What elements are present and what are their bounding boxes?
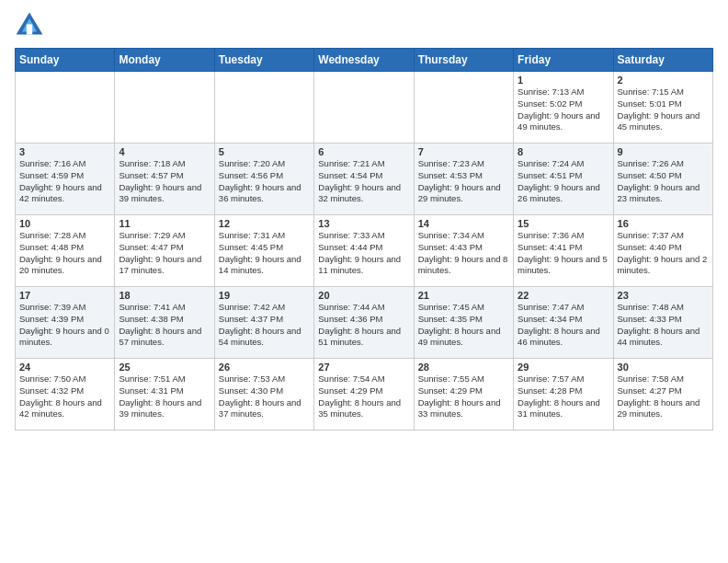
day-cell: 22Sunrise: 7:47 AM Sunset: 4:34 PM Dayli… [514, 287, 613, 359]
day-info: Sunrise: 7:41 AM Sunset: 4:38 PM Dayligh… [119, 302, 210, 349]
day-cell: 5Sunrise: 7:20 AM Sunset: 4:56 PM Daylig… [214, 144, 313, 215]
day-cell: 6Sunrise: 7:21 AM Sunset: 4:54 PM Daylig… [314, 144, 414, 215]
day-cell: 21Sunrise: 7:45 AM Sunset: 4:35 PM Dayli… [414, 287, 513, 359]
day-info: Sunrise: 7:37 AM Sunset: 4:40 PM Dayligh… [618, 230, 709, 277]
day-number: 4 [119, 146, 210, 157]
day-cell: 7Sunrise: 7:23 AM Sunset: 4:53 PM Daylig… [414, 144, 513, 215]
day-cell: 4Sunrise: 7:18 AM Sunset: 4:57 PM Daylig… [115, 144, 214, 215]
day-info: Sunrise: 7:20 AM Sunset: 4:56 PM Dayligh… [219, 158, 310, 205]
day-info: Sunrise: 7:42 AM Sunset: 4:37 PM Dayligh… [219, 302, 310, 349]
day-cell: 19Sunrise: 7:42 AM Sunset: 4:37 PM Dayli… [214, 287, 313, 359]
day-number: 24 [19, 362, 110, 373]
day-number: 25 [119, 362, 210, 373]
day-number: 30 [618, 362, 709, 373]
day-number: 18 [119, 290, 210, 301]
weekday-header-sunday: Sunday [16, 49, 115, 72]
weekday-header-thursday: Thursday [414, 49, 513, 72]
weekday-header-tuesday: Tuesday [214, 49, 313, 72]
day-number: 10 [19, 218, 110, 229]
weekday-header-row: SundayMondayTuesdayWednesdayThursdayFrid… [16, 49, 713, 72]
day-info: Sunrise: 7:53 AM Sunset: 4:30 PM Dayligh… [219, 373, 310, 420]
day-number: 26 [219, 362, 310, 373]
day-number: 21 [418, 290, 509, 301]
day-number: 7 [418, 146, 509, 157]
day-cell: 18Sunrise: 7:41 AM Sunset: 4:38 PM Dayli… [115, 287, 214, 359]
day-info: Sunrise: 7:58 AM Sunset: 4:27 PM Dayligh… [618, 373, 709, 420]
day-info: Sunrise: 7:13 AM Sunset: 5:02 PM Dayligh… [518, 86, 609, 133]
day-cell: 10Sunrise: 7:28 AM Sunset: 4:48 PM Dayli… [16, 215, 115, 287]
day-info: Sunrise: 7:21 AM Sunset: 4:54 PM Dayligh… [318, 158, 409, 205]
day-number: 27 [318, 362, 409, 373]
day-cell: 15Sunrise: 7:36 AM Sunset: 4:41 PM Dayli… [514, 215, 613, 287]
weekday-header-monday: Monday [115, 49, 214, 72]
page: SundayMondayTuesdayWednesdayThursdayFrid… [0, 0, 728, 563]
day-cell: 3Sunrise: 7:16 AM Sunset: 4:59 PM Daylig… [16, 144, 115, 215]
day-info: Sunrise: 7:16 AM Sunset: 4:59 PM Dayligh… [19, 158, 110, 205]
day-number: 11 [119, 218, 210, 229]
day-cell: 23Sunrise: 7:48 AM Sunset: 4:33 PM Dayli… [613, 287, 712, 359]
week-row-2: 10Sunrise: 7:28 AM Sunset: 4:48 PM Dayli… [16, 215, 713, 287]
day-cell: 20Sunrise: 7:44 AM Sunset: 4:36 PM Dayli… [314, 287, 414, 359]
day-info: Sunrise: 7:45 AM Sunset: 4:35 PM Dayligh… [418, 302, 509, 349]
week-row-3: 17Sunrise: 7:39 AM Sunset: 4:39 PM Dayli… [16, 287, 713, 359]
day-cell: 17Sunrise: 7:39 AM Sunset: 4:39 PM Dayli… [16, 287, 115, 359]
logo [15, 11, 48, 40]
day-info: Sunrise: 7:23 AM Sunset: 4:53 PM Dayligh… [418, 158, 509, 205]
day-number: 13 [318, 218, 409, 229]
day-info: Sunrise: 7:48 AM Sunset: 4:33 PM Dayligh… [618, 302, 709, 349]
day-info: Sunrise: 7:57 AM Sunset: 4:28 PM Dayligh… [518, 373, 609, 420]
day-cell: 13Sunrise: 7:33 AM Sunset: 4:44 PM Dayli… [314, 215, 414, 287]
day-number: 6 [318, 146, 409, 157]
day-number: 3 [19, 146, 110, 157]
day-cell [414, 72, 513, 144]
day-number: 16 [618, 218, 709, 229]
day-number: 14 [418, 218, 509, 229]
day-cell: 12Sunrise: 7:31 AM Sunset: 4:45 PM Dayli… [214, 215, 313, 287]
weekday-header-wednesday: Wednesday [314, 49, 414, 72]
day-cell: 9Sunrise: 7:26 AM Sunset: 4:50 PM Daylig… [613, 144, 712, 215]
day-cell: 2Sunrise: 7:15 AM Sunset: 5:01 PM Daylig… [613, 72, 712, 144]
day-number: 28 [418, 362, 509, 373]
day-info: Sunrise: 7:15 AM Sunset: 5:01 PM Dayligh… [618, 86, 709, 133]
week-row-0: 1Sunrise: 7:13 AM Sunset: 5:02 PM Daylig… [16, 72, 713, 144]
day-info: Sunrise: 7:24 AM Sunset: 4:51 PM Dayligh… [518, 158, 609, 205]
day-number: 22 [518, 290, 609, 301]
day-cell: 25Sunrise: 7:51 AM Sunset: 4:31 PM Dayli… [115, 359, 214, 431]
week-row-1: 3Sunrise: 7:16 AM Sunset: 4:59 PM Daylig… [16, 144, 713, 215]
day-info: Sunrise: 7:54 AM Sunset: 4:29 PM Dayligh… [318, 373, 409, 420]
day-cell: 8Sunrise: 7:24 AM Sunset: 4:51 PM Daylig… [514, 144, 613, 215]
day-number: 2 [618, 75, 709, 86]
day-info: Sunrise: 7:26 AM Sunset: 4:50 PM Dayligh… [618, 158, 709, 205]
day-info: Sunrise: 7:51 AM Sunset: 4:31 PM Dayligh… [119, 373, 210, 420]
day-cell: 11Sunrise: 7:29 AM Sunset: 4:47 PM Dayli… [115, 215, 214, 287]
day-number: 12 [219, 218, 310, 229]
day-info: Sunrise: 7:55 AM Sunset: 4:29 PM Dayligh… [418, 373, 509, 420]
day-info: Sunrise: 7:34 AM Sunset: 4:43 PM Dayligh… [418, 230, 509, 277]
day-info: Sunrise: 7:47 AM Sunset: 4:34 PM Dayligh… [518, 302, 609, 349]
day-cell: 1Sunrise: 7:13 AM Sunset: 5:02 PM Daylig… [514, 72, 613, 144]
day-number: 8 [518, 146, 609, 157]
day-number: 20 [318, 290, 409, 301]
day-info: Sunrise: 7:33 AM Sunset: 4:44 PM Dayligh… [318, 230, 409, 277]
day-cell [16, 72, 115, 144]
day-cell: 27Sunrise: 7:54 AM Sunset: 4:29 PM Dayli… [314, 359, 414, 431]
day-cell: 24Sunrise: 7:50 AM Sunset: 4:32 PM Dayli… [16, 359, 115, 431]
day-info: Sunrise: 7:36 AM Sunset: 4:41 PM Dayligh… [518, 230, 609, 277]
day-number: 29 [518, 362, 609, 373]
day-number: 15 [518, 218, 609, 229]
day-cell [115, 72, 214, 144]
day-info: Sunrise: 7:29 AM Sunset: 4:47 PM Dayligh… [119, 230, 210, 277]
day-cell: 16Sunrise: 7:37 AM Sunset: 4:40 PM Dayli… [613, 215, 712, 287]
week-row-4: 24Sunrise: 7:50 AM Sunset: 4:32 PM Dayli… [16, 359, 713, 431]
day-cell: 29Sunrise: 7:57 AM Sunset: 4:28 PM Dayli… [514, 359, 613, 431]
logo-icon [15, 11, 44, 40]
header [15, 11, 713, 40]
day-cell [314, 72, 414, 144]
day-cell: 28Sunrise: 7:55 AM Sunset: 4:29 PM Dayli… [414, 359, 513, 431]
day-info: Sunrise: 7:50 AM Sunset: 4:32 PM Dayligh… [19, 373, 110, 420]
day-info: Sunrise: 7:44 AM Sunset: 4:36 PM Dayligh… [318, 302, 409, 349]
day-number: 9 [618, 146, 709, 157]
weekday-header-friday: Friday [514, 49, 613, 72]
day-info: Sunrise: 7:28 AM Sunset: 4:48 PM Dayligh… [19, 230, 110, 277]
day-info: Sunrise: 7:31 AM Sunset: 4:45 PM Dayligh… [219, 230, 310, 277]
